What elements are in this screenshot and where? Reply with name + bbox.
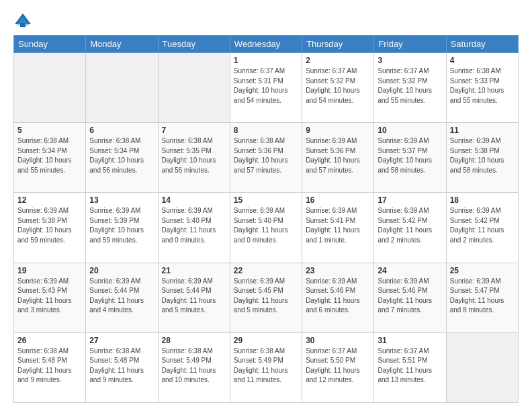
day-number: 10 xyxy=(378,126,442,135)
day-info: Sunrise: 6:39 AM Sunset: 5:36 PM Dayligh… xyxy=(306,136,370,175)
day-info: Sunrise: 6:39 AM Sunset: 5:42 PM Dayligh… xyxy=(450,206,515,245)
day-info: Sunrise: 6:38 AM Sunset: 5:48 PM Dayligh… xyxy=(89,347,154,385)
calendar-cell: 1Sunrise: 6:37 AM Sunset: 5:31 PM Daylig… xyxy=(230,53,302,123)
calendar-cell xyxy=(14,53,86,123)
day-number: 21 xyxy=(162,266,226,275)
calendar-cell: 13Sunrise: 6:39 AM Sunset: 5:39 PM Dayli… xyxy=(86,193,158,263)
calendar-cell: 20Sunrise: 6:39 AM Sunset: 5:44 PM Dayli… xyxy=(86,263,158,332)
day-number: 23 xyxy=(306,266,370,275)
day-number: 27 xyxy=(89,336,154,345)
day-number: 2 xyxy=(306,56,370,65)
day-info: Sunrise: 6:37 AM Sunset: 5:31 PM Dayligh… xyxy=(234,66,298,105)
calendar-cell: 2Sunrise: 6:37 AM Sunset: 5:32 PM Daylig… xyxy=(302,53,374,123)
calendar-cell: 11Sunrise: 6:39 AM Sunset: 5:38 PM Dayli… xyxy=(446,123,518,193)
logo-icon xyxy=(13,11,32,30)
col-header-saturday: Saturday xyxy=(446,36,518,53)
day-number: 13 xyxy=(89,195,154,205)
day-number: 25 xyxy=(450,266,515,275)
calendar-cell: 19Sunrise: 6:39 AM Sunset: 5:43 PM Dayli… xyxy=(14,263,86,332)
calendar-header-row: SundayMondayTuesdayWednesdayThursdayFrid… xyxy=(14,36,519,53)
calendar-cell: 17Sunrise: 6:39 AM Sunset: 5:42 PM Dayli… xyxy=(374,193,446,263)
day-info: Sunrise: 6:39 AM Sunset: 5:47 PM Dayligh… xyxy=(450,277,515,316)
day-info: Sunrise: 6:38 AM Sunset: 5:49 PM Dayligh… xyxy=(234,347,298,385)
calendar-cell: 14Sunrise: 6:39 AM Sunset: 5:40 PM Dayli… xyxy=(158,193,230,263)
calendar-cell: 28Sunrise: 6:38 AM Sunset: 5:49 PM Dayli… xyxy=(158,332,230,402)
calendar-cell: 22Sunrise: 6:39 AM Sunset: 5:45 PM Dayli… xyxy=(230,263,302,332)
page: SundayMondayTuesdayWednesdayThursdayFrid… xyxy=(0,0,532,411)
day-number: 15 xyxy=(234,195,298,205)
day-number: 17 xyxy=(378,195,442,205)
logo xyxy=(13,11,35,30)
day-number: 1 xyxy=(234,56,298,65)
calendar-cell: 3Sunrise: 6:37 AM Sunset: 5:32 PM Daylig… xyxy=(374,53,446,123)
day-number: 14 xyxy=(162,195,226,205)
day-number: 5 xyxy=(17,126,82,135)
day-number: 6 xyxy=(89,126,154,135)
calendar-cell xyxy=(86,53,158,123)
day-info: Sunrise: 6:39 AM Sunset: 5:46 PM Dayligh… xyxy=(378,277,442,316)
day-info: Sunrise: 6:38 AM Sunset: 5:49 PM Dayligh… xyxy=(162,347,226,385)
calendar-cell: 15Sunrise: 6:39 AM Sunset: 5:40 PM Dayli… xyxy=(230,193,302,263)
day-info: Sunrise: 6:38 AM Sunset: 5:33 PM Dayligh… xyxy=(450,66,515,105)
calendar-cell: 26Sunrise: 6:38 AM Sunset: 5:48 PM Dayli… xyxy=(14,332,86,402)
calendar-week-row: 1Sunrise: 6:37 AM Sunset: 5:31 PM Daylig… xyxy=(14,53,519,123)
calendar-cell: 21Sunrise: 6:39 AM Sunset: 5:44 PM Dayli… xyxy=(158,263,230,332)
day-info: Sunrise: 6:39 AM Sunset: 5:38 PM Dayligh… xyxy=(17,206,82,245)
day-info: Sunrise: 6:39 AM Sunset: 5:39 PM Dayligh… xyxy=(89,206,154,245)
calendar-cell: 5Sunrise: 6:38 AM Sunset: 5:34 PM Daylig… xyxy=(14,123,86,193)
day-number: 9 xyxy=(306,126,370,135)
day-info: Sunrise: 6:38 AM Sunset: 5:34 PM Dayligh… xyxy=(17,136,82,175)
svg-rect-2 xyxy=(20,23,26,27)
day-info: Sunrise: 6:38 AM Sunset: 5:35 PM Dayligh… xyxy=(162,136,226,175)
day-info: Sunrise: 6:39 AM Sunset: 5:38 PM Dayligh… xyxy=(450,136,515,175)
calendar-cell: 8Sunrise: 6:38 AM Sunset: 5:36 PM Daylig… xyxy=(230,123,302,193)
day-number: 20 xyxy=(89,266,154,275)
col-header-monday: Monday xyxy=(86,36,158,53)
day-number: 16 xyxy=(306,195,370,205)
header xyxy=(13,11,519,30)
day-number: 11 xyxy=(450,126,515,135)
day-info: Sunrise: 6:39 AM Sunset: 5:40 PM Dayligh… xyxy=(234,206,298,245)
calendar-week-row: 19Sunrise: 6:39 AM Sunset: 5:43 PM Dayli… xyxy=(14,263,519,332)
day-number: 30 xyxy=(306,336,370,345)
calendar-week-row: 12Sunrise: 6:39 AM Sunset: 5:38 PM Dayli… xyxy=(14,193,519,263)
calendar-cell: 27Sunrise: 6:38 AM Sunset: 5:48 PM Dayli… xyxy=(86,332,158,402)
calendar-cell: 23Sunrise: 6:39 AM Sunset: 5:46 PM Dayli… xyxy=(302,263,374,332)
col-header-wednesday: Wednesday xyxy=(230,36,302,53)
col-header-friday: Friday xyxy=(374,36,446,53)
calendar-cell: 7Sunrise: 6:38 AM Sunset: 5:35 PM Daylig… xyxy=(158,123,230,193)
calendar-cell: 30Sunrise: 6:37 AM Sunset: 5:50 PM Dayli… xyxy=(302,332,374,402)
day-number: 19 xyxy=(17,266,82,275)
day-info: Sunrise: 6:37 AM Sunset: 5:32 PM Dayligh… xyxy=(378,66,442,105)
calendar-cell: 4Sunrise: 6:38 AM Sunset: 5:33 PM Daylig… xyxy=(446,53,518,123)
calendar-week-row: 26Sunrise: 6:38 AM Sunset: 5:48 PM Dayli… xyxy=(14,332,519,402)
calendar-cell xyxy=(446,332,518,402)
calendar-cell: 9Sunrise: 6:39 AM Sunset: 5:36 PM Daylig… xyxy=(302,123,374,193)
day-number: 4 xyxy=(450,56,515,65)
day-number: 18 xyxy=(450,195,515,205)
day-info: Sunrise: 6:37 AM Sunset: 5:32 PM Dayligh… xyxy=(306,66,370,105)
day-info: Sunrise: 6:38 AM Sunset: 5:48 PM Dayligh… xyxy=(17,347,82,385)
calendar-cell: 31Sunrise: 6:37 AM Sunset: 5:51 PM Dayli… xyxy=(374,332,446,402)
col-header-sunday: Sunday xyxy=(14,36,86,53)
day-info: Sunrise: 6:39 AM Sunset: 5:44 PM Dayligh… xyxy=(162,277,226,316)
day-info: Sunrise: 6:39 AM Sunset: 5:41 PM Dayligh… xyxy=(306,206,370,245)
day-info: Sunrise: 6:39 AM Sunset: 5:37 PM Dayligh… xyxy=(378,136,442,175)
day-info: Sunrise: 6:39 AM Sunset: 5:46 PM Dayligh… xyxy=(306,277,370,316)
calendar-table: SundayMondayTuesdayWednesdayThursdayFrid… xyxy=(13,35,519,403)
col-header-thursday: Thursday xyxy=(302,36,374,53)
day-info: Sunrise: 6:39 AM Sunset: 5:43 PM Dayligh… xyxy=(17,277,82,316)
calendar-cell: 10Sunrise: 6:39 AM Sunset: 5:37 PM Dayli… xyxy=(374,123,446,193)
calendar-cell xyxy=(158,53,230,123)
day-number: 7 xyxy=(162,126,226,135)
day-number: 8 xyxy=(234,126,298,135)
day-info: Sunrise: 6:38 AM Sunset: 5:34 PM Dayligh… xyxy=(89,136,154,175)
day-info: Sunrise: 6:39 AM Sunset: 5:44 PM Dayligh… xyxy=(89,277,154,316)
calendar-cell: 6Sunrise: 6:38 AM Sunset: 5:34 PM Daylig… xyxy=(86,123,158,193)
calendar-cell: 16Sunrise: 6:39 AM Sunset: 5:41 PM Dayli… xyxy=(302,193,374,263)
day-number: 22 xyxy=(234,266,298,275)
day-info: Sunrise: 6:38 AM Sunset: 5:36 PM Dayligh… xyxy=(234,136,298,175)
day-number: 12 xyxy=(17,195,82,205)
calendar-week-row: 5Sunrise: 6:38 AM Sunset: 5:34 PM Daylig… xyxy=(14,123,519,193)
col-header-tuesday: Tuesday xyxy=(158,36,230,53)
